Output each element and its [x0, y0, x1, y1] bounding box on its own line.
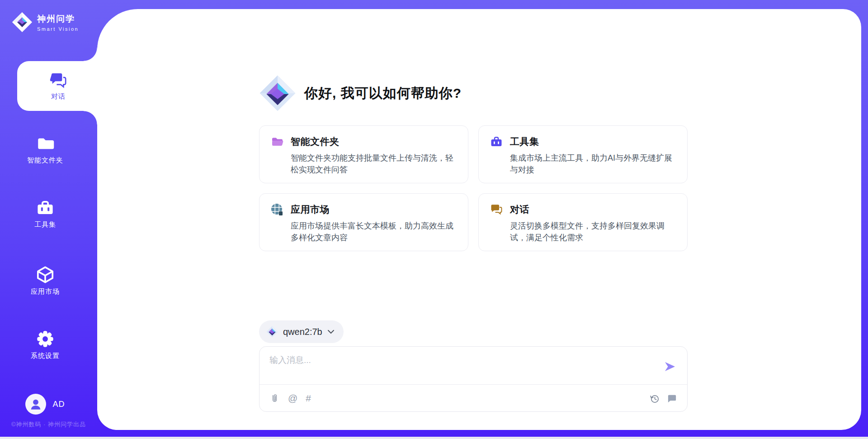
message-input[interactable]: [269, 353, 650, 382]
greeting-block: 你好, 我可以如何帮助你?: [259, 73, 462, 113]
chat-bubbles-icon: [490, 203, 503, 216]
chat-bubble-icon: [667, 393, 677, 404]
card-description: 集成市场上主流工具，助力AI与外界无缝扩展与对接: [510, 152, 675, 176]
card-smart-folder[interactable]: 智能文件夹 智能文件夹功能支持批量文件上传与清洗，轻松实现文件问答: [259, 125, 468, 183]
mention-button[interactable]: @: [288, 392, 297, 404]
copyright-text: ©神州数码 · 神州问学出品: [0, 420, 97, 429]
sidebar-item-label: 智能文件夹: [27, 156, 63, 165]
sidebar: 神州问学 Smart Vision 智能文件夹 工具集 应: [0, 0, 97, 439]
card-description: 智能文件夹功能支持批量文件上传与清洗，轻松实现文件问答: [291, 152, 456, 176]
card-title: 应用市场: [291, 203, 330, 216]
folder-icon: [36, 134, 55, 153]
brand-block: 神州问学 Smart Vision: [0, 0, 97, 33]
card-title: 工具集: [510, 135, 539, 148]
card-description: 应用市场提供丰富长文本模板，助力高效生成多样化文章内容: [291, 220, 456, 243]
model-selector[interactable]: qwen2:7b: [259, 320, 344, 343]
send-arrow-icon: [664, 360, 676, 373]
gear-icon: [36, 329, 55, 348]
sidebar-item-settings[interactable]: 系统设置: [0, 329, 90, 360]
at-icon: @: [288, 393, 297, 404]
card-title: 对话: [510, 203, 529, 216]
history-button[interactable]: [649, 392, 660, 404]
card-title: 智能文件夹: [291, 135, 340, 148]
brand-subtitle: Smart Vision: [37, 26, 79, 32]
folder-icon: [271, 135, 283, 148]
card-description: 灵活切换多模型文件，支持多样回复效果调试，满足个性化需求: [510, 220, 675, 243]
attach-button[interactable]: [269, 392, 280, 404]
bottom-strip: [0, 437, 868, 439]
user-label: AD: [52, 400, 65, 409]
cube-icon: [36, 265, 55, 284]
card-toolset[interactable]: 工具集 集成市场上主流工具，助力AI与外界无缝扩展与对接: [478, 125, 688, 183]
history-icon: [649, 393, 660, 404]
mosaic-globe-icon: [271, 203, 283, 216]
sidebar-item-label: 工具集: [34, 220, 56, 229]
user-account[interactable]: AD: [0, 394, 90, 415]
page-title: 你好, 我可以如何帮助你?: [304, 84, 462, 103]
card-chat[interactable]: 对话 灵活切换多模型文件，支持多样回复效果调试，满足个性化需求: [478, 193, 688, 251]
brand-logo-icon: [12, 12, 33, 33]
brand-diamond-icon: [259, 73, 296, 113]
main-content: 你好, 我可以如何帮助你? 智能文件夹 智能文件夹功能支持批量文件上传与清洗，轻…: [259, 9, 688, 430]
person-icon: [28, 396, 43, 412]
model-name: qwen2:7b: [283, 327, 322, 337]
feature-cards: 智能文件夹 智能文件夹功能支持批量文件上传与清洗，轻松实现文件问答 工具集: [259, 125, 688, 251]
briefcase-icon: [490, 135, 503, 148]
chevron-down-icon: [327, 329, 335, 334]
composer-toolbar: @ #: [259, 385, 687, 412]
brand-name: 神州问学: [37, 13, 79, 25]
sidebar-item-label: 系统设置: [31, 352, 60, 360]
topic-button[interactable]: #: [306, 392, 311, 404]
app-screen: 你好, 我可以如何帮助你? 智能文件夹 智能文件夹功能支持批量文件上传与清洗，轻…: [0, 0, 868, 439]
model-brand-icon: [266, 326, 278, 338]
main-panel: 你好, 我可以如何帮助你? 智能文件夹 智能文件夹功能支持批量文件上传与清洗，轻…: [97, 9, 861, 430]
hash-icon: #: [306, 393, 311, 404]
sidebar-item-label: 应用市场: [31, 287, 60, 296]
card-app-market[interactable]: 应用市场 应用市场提供丰富长文本模板，助力高效生成多样化文章内容: [259, 193, 468, 251]
sidebar-item-toolset[interactable]: 工具集: [0, 198, 90, 229]
paperclip-icon: [269, 393, 280, 404]
avatar: [25, 394, 46, 415]
sidebar-item-app-market[interactable]: 应用市场: [0, 265, 90, 296]
send-button[interactable]: [664, 360, 676, 373]
briefcase-icon: [36, 198, 55, 217]
message-composer: @ #: [259, 346, 688, 412]
sidebar-item-smart-folder[interactable]: 智能文件夹: [0, 134, 90, 165]
conversation-button[interactable]: [667, 392, 677, 404]
